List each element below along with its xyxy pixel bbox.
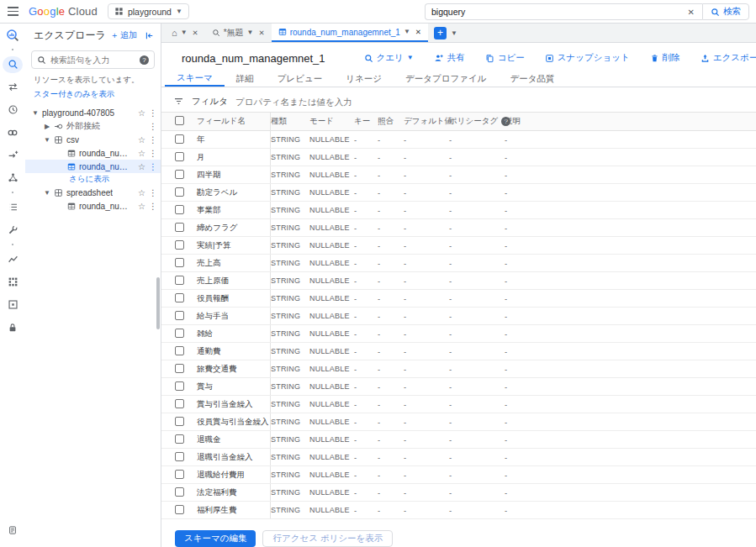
- more-options-icon[interactable]: ⋮: [149, 149, 156, 158]
- star-icon[interactable]: ☆: [138, 188, 145, 197]
- copy-button[interactable]: コピー: [485, 52, 525, 64]
- row-checkbox[interactable]: [175, 329, 184, 338]
- release-notes-icon[interactable]: [3, 522, 23, 539]
- row-checkbox[interactable]: [175, 364, 184, 373]
- more-options-icon[interactable]: ⋮: [149, 202, 156, 211]
- row-checkbox[interactable]: [175, 223, 184, 232]
- star-icon[interactable]: ☆: [138, 162, 145, 171]
- chevron-down-icon[interactable]: ▼: [44, 189, 50, 197]
- field-collation: -: [378, 488, 404, 497]
- star-icon[interactable]: ☆: [138, 135, 145, 145]
- row-checkbox[interactable]: [175, 170, 184, 179]
- row-checkbox[interactable]: [175, 187, 184, 197]
- scrollbar-thumb[interactable]: [156, 277, 160, 329]
- select-all-checkbox[interactable]: [175, 116, 184, 125]
- more-options-icon[interactable]: ⋮: [149, 122, 156, 131]
- tree-item-table-selected[interactable]: rounda_num_managemnet_1 ☆ ⋮: [25, 160, 161, 173]
- chevron-down-icon[interactable]: ▼: [44, 136, 50, 144]
- chevron-down-icon[interactable]: ▼: [32, 109, 39, 117]
- row-checkbox[interactable]: [175, 240, 184, 250]
- global-search-button[interactable]: 検索: [702, 3, 749, 20]
- delete-button[interactable]: 削除: [650, 52, 680, 64]
- tree-item-table[interactable]: rounda_num_managemnet_1 ☆ ⋮: [25, 146, 161, 160]
- tree-item-dataset-spreadsheet[interactable]: ▼ spreadsheet ☆ ⋮: [25, 186, 161, 199]
- view-row-access-policy-button[interactable]: 行アクセス ポリシーを表示: [262, 530, 393, 547]
- tab-lineage[interactable]: リネージ: [334, 71, 394, 87]
- query-button[interactable]: クエリ▼: [364, 52, 414, 64]
- show-more-link[interactable]: さらに表示: [25, 173, 161, 186]
- row-checkbox[interactable]: [175, 434, 184, 444]
- add-button[interactable]: ＋ 追加: [110, 29, 137, 41]
- collapse-panel-icon[interactable]: [145, 31, 154, 40]
- row-checkbox[interactable]: [175, 258, 184, 267]
- row-checkbox[interactable]: [175, 276, 184, 285]
- history-icon[interactable]: [3, 102, 23, 118]
- search-nav-icon[interactable]: [3, 56, 23, 73]
- row-checkbox[interactable]: [175, 417, 184, 426]
- more-options-icon[interactable]: ⋮: [149, 188, 156, 197]
- chart-icon[interactable]: [3, 251, 23, 268]
- star-icon[interactable]: ☆: [138, 108, 145, 118]
- row-checkbox[interactable]: [175, 311, 184, 320]
- tab-home[interactable]: ⌂ ▼ ✕: [165, 24, 205, 42]
- row-checkbox[interactable]: [175, 346, 184, 355]
- tree-item-table[interactable]: rounda_num_managemnet_1 ☆ ⋮: [25, 199, 161, 213]
- analytics-hub-icon[interactable]: [3, 170, 23, 187]
- starred-only-link[interactable]: スター付きのみを表示: [34, 89, 161, 100]
- snapshot-button[interactable]: スナップショット: [545, 52, 630, 64]
- frame-icon[interactable]: [3, 297, 23, 313]
- row-checkbox[interactable]: [175, 152, 184, 161]
- edit-schema-button[interactable]: スキーマの編集: [175, 530, 256, 547]
- row-checkbox[interactable]: [175, 134, 184, 144]
- tree-item-project[interactable]: ▼ playground-407805 ☆ ⋮: [25, 106, 161, 119]
- tab-preview[interactable]: プレビュー: [266, 71, 334, 87]
- row-checkbox[interactable]: [175, 293, 184, 302]
- close-icon[interactable]: ✕: [414, 28, 421, 36]
- project-selector[interactable]: playground ▼: [108, 3, 189, 19]
- star-icon[interactable]: ☆: [138, 149, 145, 158]
- tab-data-quality[interactable]: データ品質: [498, 71, 566, 87]
- tab-details[interactable]: 詳細: [225, 71, 266, 87]
- transfers-icon[interactable]: [3, 79, 23, 96]
- bigquery-logo-icon[interactable]: [3, 27, 23, 44]
- help-icon[interactable]: ?: [140, 55, 149, 65]
- row-checkbox[interactable]: [175, 452, 184, 461]
- share-button[interactable]: 共有: [434, 52, 465, 64]
- more-options-icon[interactable]: ⋮: [149, 108, 156, 118]
- more-options-icon[interactable]: ⋮: [149, 135, 156, 145]
- row-checkbox[interactable]: [175, 505, 184, 514]
- menu-icon[interactable]: [0, 7, 25, 16]
- export-button[interactable]: エクスポート▼: [700, 52, 756, 64]
- slots-icon[interactable]: [3, 124, 23, 141]
- close-icon[interactable]: ✕: [257, 29, 265, 37]
- row-checkbox[interactable]: [175, 381, 184, 391]
- row-checkbox[interactable]: [175, 205, 184, 214]
- new-tab-button[interactable]: +: [434, 27, 447, 39]
- filter-input[interactable]: [235, 97, 488, 107]
- row-checkbox[interactable]: [175, 470, 184, 479]
- chevron-down-icon[interactable]: ▼: [451, 29, 457, 37]
- tree-item-dataset-csv[interactable]: ▼ csv ☆ ⋮: [25, 133, 161, 146]
- list-icon[interactable]: [3, 199, 23, 216]
- search-icon: [711, 8, 720, 17]
- data-transfer-icon[interactable]: [3, 147, 23, 164]
- field-type: STRING: [271, 135, 309, 144]
- tab-data-profile[interactable]: データプロファイル: [394, 71, 498, 87]
- tab-schema[interactable]: スキーマ: [165, 71, 225, 87]
- field-default: -: [404, 259, 449, 268]
- tab-table-active[interactable]: rounda_num_managemnet_1 ▼ ✕: [272, 24, 428, 42]
- star-icon[interactable]: ☆: [138, 202, 145, 211]
- lock-icon[interactable]: [3, 319, 23, 336]
- global-search-input[interactable]: [431, 7, 686, 17]
- row-checkbox[interactable]: [175, 487, 184, 497]
- close-icon[interactable]: ✕: [191, 29, 198, 37]
- partner-center-icon[interactable]: [3, 274, 23, 291]
- wrench-icon[interactable]: [3, 222, 23, 239]
- tree-item-external-connections[interactable]: ▶ 外部接続 ☆ ⋮: [25, 119, 161, 133]
- more-options-icon[interactable]: ⋮: [149, 162, 156, 171]
- row-checkbox[interactable]: [175, 399, 184, 408]
- tab-untitled-query[interactable]: *無題 ▼ ✕: [205, 24, 272, 42]
- chevron-right-icon[interactable]: ▶: [44, 123, 50, 130]
- explorer-search-input[interactable]: [50, 55, 135, 65]
- clear-search-icon[interactable]: ✕: [686, 8, 696, 17]
